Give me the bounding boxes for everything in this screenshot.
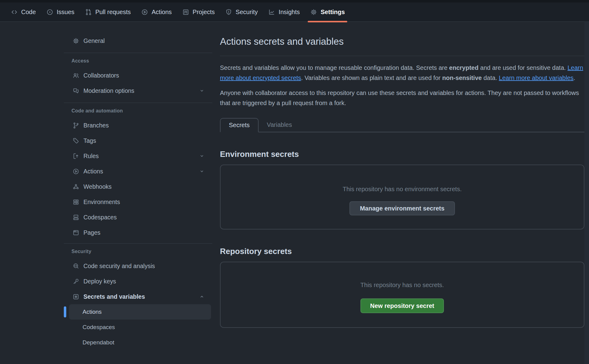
environment-secrets-heading: Environment secrets [220,150,584,159]
note-paragraph: Anyone with collaborator access to this … [220,88,584,108]
new-repository-secret-button[interactable]: New repository secret [360,298,444,313]
environment-secrets-box: This repository has no environment secre… [220,165,584,229]
settings-sidebar: General Access Collaborators Moderation … [64,33,212,350]
window-top-strip [0,0,589,2]
page-title: Actions secrets and variables [220,36,584,56]
server-icon [72,199,79,206]
pull-request-icon [85,9,92,16]
chevron-down-icon [199,153,205,159]
manage-environment-secrets-button[interactable]: Manage environment secrets [349,201,455,215]
nav-tab-settings[interactable]: Settings [305,2,350,21]
nav-tab-code[interactable]: Code [6,2,41,21]
chevron-down-icon [199,168,205,174]
sidebar-section-access: Access [64,58,212,64]
repository-secrets-heading: Repository secrets [220,247,584,256]
sidebar-item-collaborators[interactable]: Collaborators [64,68,212,83]
sidebar-item-rules[interactable]: Rules [64,148,212,164]
intro-paragraph: Secrets and variables allow you to manag… [220,63,584,83]
sidebar-divider [64,103,212,103]
repo-tab-bar: Code Issues Pull requests Actions Projec… [0,0,589,22]
tab-secrets[interactable]: Secrets [220,118,259,132]
nav-tab-pull-requests[interactable]: Pull requests [80,2,136,21]
sidebar-item-code-security-and-analysis[interactable]: Code security and analysis [64,258,212,274]
sidebar-subitem-codespaces[interactable]: Codespaces [69,320,211,335]
sidebar-subitem-actions[interactable]: Actions [69,304,211,320]
project-icon [182,9,189,16]
sidebar-item-tags[interactable]: Tags [64,133,212,148]
nav-tab-security[interactable]: Security [220,2,263,21]
codescan-icon [72,263,79,270]
chevron-down-icon [199,88,205,94]
tag-icon [72,137,79,144]
code-icon [11,9,18,16]
play-icon [72,168,79,175]
secrets-variables-tabnav: Secrets Variables [220,118,584,132]
git-branch-icon [72,122,79,129]
play-icon [141,9,148,16]
sidebar-section-code-and-automation: Code and automation [64,108,212,114]
key-icon [72,278,79,285]
sidebar-divider [64,53,212,53]
sidebar-subitem-dependabot[interactable]: Dependabot [69,335,211,350]
issue-opened-icon [46,9,53,16]
sidebar-item-general[interactable]: General [64,33,212,48]
nav-tab-insights[interactable]: Insights [263,2,305,21]
gear-icon [310,9,317,16]
tab-variables[interactable]: Variables [259,118,300,132]
environment-secrets-empty-message: This repository has no environment secre… [343,185,462,193]
nav-tab-projects[interactable]: Projects [177,2,220,21]
sidebar-item-secrets-and-variables[interactable]: Secrets and variables [64,289,212,304]
repository-secrets-empty-message: This repository has no secrets. [360,281,444,289]
sidebar-item-deploy-keys[interactable]: Deploy keys [64,274,212,289]
sidebar-item-codespaces[interactable]: Codespaces [64,210,212,225]
sidebar-item-actions[interactable]: Actions [64,164,212,179]
shield-icon [225,9,232,16]
sidebar-item-environments[interactable]: Environments [64,194,212,210]
nav-tab-issues[interactable]: Issues [41,2,80,21]
repository-secrets-box: This repository has no secrets. New repo… [220,262,584,328]
sidebar-item-pages[interactable]: Pages [64,225,212,240]
sidebar-item-webhooks[interactable]: Webhooks [64,179,212,194]
comment-discussion-icon [72,87,79,94]
sidebar-divider [64,243,212,244]
main-content: Actions secrets and variables Secrets an… [220,36,584,328]
browser-icon [72,229,79,236]
asterisk-box-icon [72,293,79,300]
scrollbar-track[interactable] [584,21,589,364]
gear-icon [72,37,79,44]
graph-icon [268,9,275,16]
people-icon [72,72,79,79]
rules-icon [72,153,79,160]
sidebar-item-branches[interactable]: Branches [64,118,212,133]
codespaces-icon [72,214,79,221]
chevron-up-icon [199,294,205,300]
sidebar-item-moderation-options[interactable]: Moderation options [64,83,212,98]
sidebar-section-security: Security [64,249,212,254]
nav-tab-actions[interactable]: Actions [136,2,177,21]
webhook-icon [72,183,79,190]
learn-more-link[interactable]: Learn more about variables [499,74,573,81]
